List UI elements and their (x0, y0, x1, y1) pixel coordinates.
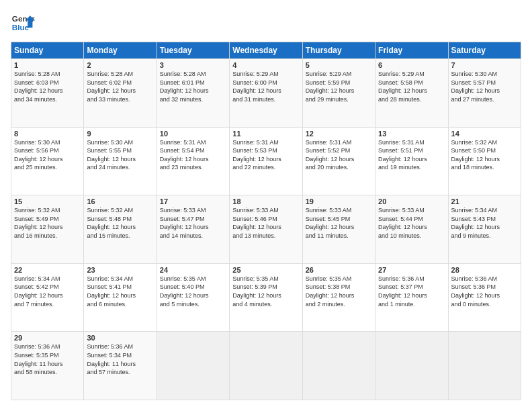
day-cell (448, 332, 521, 400)
day-info: Sunrise: 5:36 AM Sunset: 5:34 PM Dayligh… (87, 342, 153, 376)
day-info: Sunrise: 5:32 AM Sunset: 5:48 PM Dayligh… (87, 206, 153, 240)
day-info: Sunrise: 5:35 AM Sunset: 5:38 PM Dayligh… (306, 275, 372, 308)
day-cell: 9Sunrise: 5:30 AM Sunset: 5:55 PM Daylig… (84, 127, 157, 195)
day-number: 3 (160, 61, 226, 69)
day-number: 27 (378, 266, 445, 274)
day-number: 20 (378, 197, 445, 205)
day-number: 8 (14, 130, 81, 138)
weekday-header-sunday: Sunday (11, 42, 84, 59)
week-row-3: 15Sunrise: 5:32 AM Sunset: 5:49 PM Dayli… (11, 195, 521, 264)
day-cell (375, 332, 448, 400)
weekday-header-tuesday: Tuesday (157, 42, 229, 59)
day-cell: 19Sunrise: 5:33 AM Sunset: 5:45 PM Dayli… (302, 195, 375, 264)
day-info: Sunrise: 5:34 AM Sunset: 5:41 PM Dayligh… (87, 275, 153, 308)
day-number: 21 (451, 197, 518, 205)
week-row-2: 8Sunrise: 5:30 AM Sunset: 5:56 PM Daylig… (11, 127, 521, 195)
calendar: SundayMondayTuesdayWednesdayThursdayFrid… (11, 42, 521, 400)
day-number: 5 (306, 61, 372, 69)
day-cell: 18Sunrise: 5:33 AM Sunset: 5:46 PM Dayli… (230, 195, 302, 264)
day-cell: 5Sunrise: 5:29 AM Sunset: 5:59 PM Daylig… (302, 59, 375, 128)
day-cell: 22Sunrise: 5:34 AM Sunset: 5:42 PM Dayli… (11, 263, 84, 332)
week-row-1: 1Sunrise: 5:28 AM Sunset: 6:03 PM Daylig… (11, 59, 521, 128)
day-number: 30 (87, 334, 153, 342)
day-number: 1 (14, 61, 81, 69)
day-info: Sunrise: 5:35 AM Sunset: 5:40 PM Dayligh… (160, 275, 226, 308)
day-number: 25 (232, 266, 299, 274)
day-cell (230, 332, 302, 400)
day-info: Sunrise: 5:32 AM Sunset: 5:49 PM Dayligh… (14, 206, 81, 240)
day-cell: 16Sunrise: 5:32 AM Sunset: 5:48 PM Dayli… (84, 195, 157, 264)
page: General Blue SundayMondayTuesdayWednesda… (0, 0, 532, 411)
day-cell: 1Sunrise: 5:28 AM Sunset: 6:03 PM Daylig… (11, 59, 84, 128)
day-info: Sunrise: 5:29 AM Sunset: 5:58 PM Dayligh… (378, 70, 445, 103)
weekday-header-thursday: Thursday (302, 42, 375, 59)
day-cell: 23Sunrise: 5:34 AM Sunset: 5:41 PM Dayli… (84, 263, 157, 332)
day-number: 11 (232, 130, 299, 138)
day-number: 17 (160, 197, 226, 205)
day-cell: 25Sunrise: 5:35 AM Sunset: 5:39 PM Dayli… (230, 263, 302, 332)
day-number: 26 (306, 266, 372, 274)
day-info: Sunrise: 5:33 AM Sunset: 5:46 PM Dayligh… (232, 206, 299, 240)
day-number: 12 (306, 130, 372, 138)
day-number: 24 (160, 266, 226, 274)
weekday-header-row: SundayMondayTuesdayWednesdayThursdayFrid… (11, 42, 521, 59)
logo: General Blue (11, 11, 35, 35)
day-number: 14 (451, 130, 518, 138)
day-cell (302, 332, 375, 400)
day-number: 18 (232, 197, 299, 205)
day-info: Sunrise: 5:28 AM Sunset: 6:02 PM Dayligh… (87, 70, 153, 103)
weekday-header-friday: Friday (375, 42, 448, 59)
day-cell: 15Sunrise: 5:32 AM Sunset: 5:49 PM Dayli… (11, 195, 84, 264)
day-cell: 30Sunrise: 5:36 AM Sunset: 5:34 PM Dayli… (84, 332, 157, 400)
day-info: Sunrise: 5:33 AM Sunset: 5:47 PM Dayligh… (160, 206, 226, 240)
day-info: Sunrise: 5:30 AM Sunset: 5:55 PM Dayligh… (87, 138, 153, 172)
day-cell: 28Sunrise: 5:36 AM Sunset: 5:36 PM Dayli… (448, 263, 521, 332)
day-info: Sunrise: 5:33 AM Sunset: 5:45 PM Dayligh… (306, 206, 372, 240)
day-number: 2 (87, 61, 153, 69)
day-info: Sunrise: 5:36 AM Sunset: 5:37 PM Dayligh… (378, 275, 445, 308)
day-number: 10 (160, 130, 226, 138)
week-row-5: 29Sunrise: 5:36 AM Sunset: 5:35 PM Dayli… (11, 332, 521, 400)
day-cell: 14Sunrise: 5:32 AM Sunset: 5:50 PM Dayli… (448, 127, 521, 195)
day-number: 6 (378, 61, 445, 69)
day-cell: 11Sunrise: 5:31 AM Sunset: 5:53 PM Dayli… (230, 127, 302, 195)
day-info: Sunrise: 5:33 AM Sunset: 5:44 PM Dayligh… (378, 206, 445, 240)
day-cell: 24Sunrise: 5:35 AM Sunset: 5:40 PM Dayli… (157, 263, 229, 332)
day-number: 9 (87, 130, 153, 138)
day-number: 29 (14, 334, 81, 342)
day-number: 13 (378, 130, 445, 138)
day-cell: 7Sunrise: 5:30 AM Sunset: 5:57 PM Daylig… (448, 59, 521, 128)
day-info: Sunrise: 5:34 AM Sunset: 5:43 PM Dayligh… (451, 206, 518, 240)
day-info: Sunrise: 5:30 AM Sunset: 5:56 PM Dayligh… (14, 138, 81, 172)
svg-text:Blue: Blue (12, 23, 30, 32)
weekday-header-saturday: Saturday (448, 42, 521, 59)
weekday-header-wednesday: Wednesday (230, 42, 302, 59)
weekday-header-monday: Monday (84, 42, 157, 59)
day-info: Sunrise: 5:29 AM Sunset: 5:59 PM Dayligh… (306, 70, 372, 103)
day-info: Sunrise: 5:30 AM Sunset: 5:57 PM Dayligh… (451, 70, 518, 103)
day-number: 7 (451, 61, 518, 69)
day-cell: 17Sunrise: 5:33 AM Sunset: 5:47 PM Dayli… (157, 195, 229, 264)
day-info: Sunrise: 5:31 AM Sunset: 5:52 PM Dayligh… (306, 138, 372, 172)
day-info: Sunrise: 5:31 AM Sunset: 5:51 PM Dayligh… (378, 138, 445, 172)
day-cell: 6Sunrise: 5:29 AM Sunset: 5:58 PM Daylig… (375, 59, 448, 128)
day-cell: 4Sunrise: 5:29 AM Sunset: 6:00 PM Daylig… (230, 59, 302, 128)
day-number: 4 (232, 61, 299, 69)
day-cell: 13Sunrise: 5:31 AM Sunset: 5:51 PM Dayli… (375, 127, 448, 195)
day-cell: 27Sunrise: 5:36 AM Sunset: 5:37 PM Dayli… (375, 263, 448, 332)
day-cell: 2Sunrise: 5:28 AM Sunset: 6:02 PM Daylig… (84, 59, 157, 128)
day-cell: 10Sunrise: 5:31 AM Sunset: 5:54 PM Dayli… (157, 127, 229, 195)
day-number: 28 (451, 266, 518, 274)
day-cell: 3Sunrise: 5:28 AM Sunset: 6:01 PM Daylig… (157, 59, 229, 128)
day-info: Sunrise: 5:28 AM Sunset: 6:01 PM Dayligh… (160, 70, 226, 103)
day-info: Sunrise: 5:31 AM Sunset: 5:53 PM Dayligh… (232, 138, 299, 172)
day-number: 19 (306, 197, 372, 205)
day-number: 22 (14, 266, 81, 274)
day-cell (157, 332, 229, 400)
header: General Blue (11, 11, 521, 35)
day-number: 16 (87, 197, 153, 205)
day-cell: 26Sunrise: 5:35 AM Sunset: 5:38 PM Dayli… (302, 263, 375, 332)
week-row-4: 22Sunrise: 5:34 AM Sunset: 5:42 PM Dayli… (11, 263, 521, 332)
day-number: 23 (87, 266, 153, 274)
day-number: 15 (14, 197, 81, 205)
